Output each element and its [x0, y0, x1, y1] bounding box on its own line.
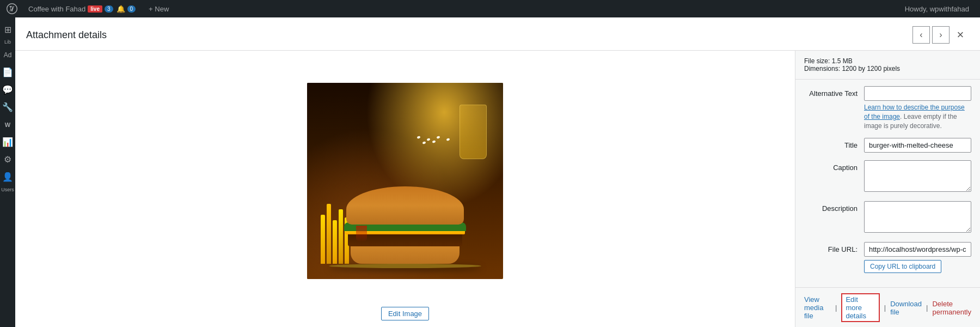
sidebar-users-label: Users — [1, 187, 14, 193]
delete-permanently-link[interactable]: Delete permanently — [932, 300, 971, 316]
modal-title: Attachment details — [26, 29, 107, 41]
download-file-link[interactable]: Download file — [890, 300, 922, 316]
sidebar-settings-icon[interactable]: ⚙ — [0, 152, 15, 167]
live-badge: live — [88, 5, 102, 13]
edit-more-details-link[interactable]: Edit more details — [841, 293, 879, 322]
alt-text-label: Alternative Text — [804, 86, 864, 98]
dimensions-text: Dimensions: 1200 by 1200 pixels — [804, 65, 971, 72]
separator-1: | — [835, 304, 837, 312]
image-preview-area: Edit Image — [15, 51, 795, 327]
file-size-value: File size: 1.5 MB — [804, 57, 853, 65]
dimensions-value: 1200 by 1200 pixels — [842, 65, 900, 72]
sidebar-pages-icon[interactable]: 📄 — [0, 65, 15, 80]
caption-textarea[interactable] — [864, 160, 971, 192]
sidebar-add-icon[interactable]: Ad — [0, 47, 15, 63]
view-media-link[interactable]: View media file — [804, 295, 831, 320]
wp-logo-icon[interactable] — [4, 1, 20, 16]
prev-arrow-button[interactable]: ‹ — [912, 26, 930, 44]
alt-text-help: Learn how to describe the purpose of the… — [864, 103, 971, 130]
title-control — [864, 138, 971, 153]
comment-count: 3 — [105, 5, 113, 13]
edit-image-btn-container: Edit Image — [381, 300, 429, 327]
description-row: Description — [804, 201, 971, 234]
plate-decoration — [329, 264, 481, 268]
glass-decoration — [460, 105, 487, 159]
details-panel: File size: 1.5 MB Dimensions: 1200 by 12… — [795, 51, 980, 327]
caption-control — [864, 160, 971, 193]
file-url-control: Copy URL to clipboard — [864, 242, 971, 273]
admin-bar: Coffee with Fahad live 3 🔔 0 + New Howdy… — [0, 0, 980, 17]
separator-3: | — [926, 304, 928, 312]
separator-2: | — [884, 304, 886, 312]
site-name: Coffee with Fahad — [28, 5, 85, 13]
modal-footer: View media file | Edit more details | Do… — [795, 287, 980, 327]
modal-header: Attachment details ‹ › × — [15, 17, 980, 51]
title-row: Title — [804, 138, 971, 153]
attachment-modal: Attachment details ‹ › × — [15, 17, 980, 327]
caption-row: Caption — [804, 160, 971, 193]
modal-body: Edit Image File size: 1.5 MB Dimensions:… — [15, 51, 980, 327]
close-button[interactable]: × — [952, 26, 969, 44]
site-name-item[interactable]: Coffee with Fahad live 3 🔔 0 — [24, 0, 140, 17]
description-label: Description — [804, 201, 864, 213]
notif-count: 0 — [127, 5, 136, 13]
file-url-row: File URL: Copy URL to clipboard — [804, 242, 971, 273]
sidebar-comments-icon[interactable]: 💬 — [0, 82, 15, 98]
burger-image — [307, 83, 503, 279]
edit-image-button[interactable]: Edit Image — [381, 307, 429, 320]
sidebar-analytics-icon[interactable]: 📊 — [0, 135, 15, 150]
description-textarea[interactable] — [864, 201, 971, 233]
file-info-section: File size: 1.5 MB Dimensions: 1200 by 12… — [795, 51, 980, 80]
sauce-drip — [356, 226, 367, 242]
sidebar-users-icon[interactable]: 👤 — [0, 169, 15, 185]
title-input[interactable] — [864, 138, 971, 153]
alt-text-input[interactable] — [864, 86, 971, 101]
sidebar-tools-icon[interactable]: 🔧 — [0, 100, 15, 115]
caption-label: Caption — [804, 160, 864, 172]
sidebar-wp-icon[interactable]: W — [0, 117, 15, 132]
new-label: + New — [149, 5, 169, 13]
alt-text-row: Alternative Text Learn how to describe t… — [804, 86, 971, 130]
preview-image-container — [26, 62, 784, 300]
file-url-input[interactable] — [864, 242, 971, 257]
file-size-text: File size: 1.5 MB — [804, 57, 971, 65]
title-label: Title — [804, 138, 864, 149]
alt-text-control: Learn how to describe the purpose of the… — [864, 86, 971, 130]
file-url-label: File URL: — [804, 242, 864, 253]
sidebar-dashboard-icon[interactable]: ⊞ — [0, 22, 15, 37]
modal-overlay: Attachment details ‹ › × — [15, 17, 980, 327]
modal-nav: ‹ › × — [912, 26, 969, 44]
greeting: Howdy, wpwithfahad — [898, 5, 976, 13]
description-control — [864, 201, 971, 234]
dimensions-label: Dimensions: — [804, 65, 840, 72]
new-content-item[interactable]: + New — [144, 0, 173, 17]
copy-url-button[interactable]: Copy URL to clipboard — [864, 260, 941, 273]
form-section: Alternative Text Learn how to describe t… — [795, 80, 980, 287]
wp-sidebar: ⊞ Lib Ad 📄 💬 🔧 W 📊 ⚙ 👤 Users — [0, 17, 15, 327]
next-arrow-button[interactable]: › — [932, 26, 950, 44]
sidebar-library-label: Lib — [4, 39, 11, 45]
